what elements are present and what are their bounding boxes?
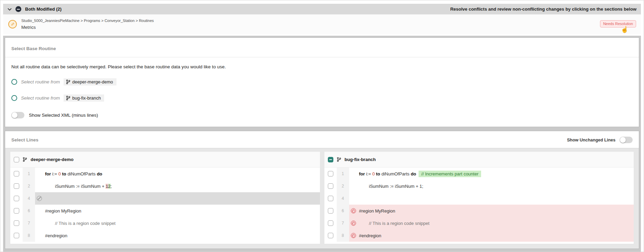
git-branch-icon <box>66 79 70 84</box>
code-line-row: 4 <box>10 192 320 205</box>
hand-cursor-icon <box>621 26 629 33</box>
branch-chip: deeper-merge-demo <box>64 78 116 85</box>
xml-toggle-label: Show Selected XML (minus lines) <box>29 113 98 118</box>
line-number: 6 <box>23 205 35 217</box>
code-line-row: 7// This is a region code snippet <box>324 217 634 229</box>
radio-label: Select routine from <box>21 79 60 84</box>
code-segment: iSumNum := iSumNum + <box>55 184 106 189</box>
line-checkbox[interactable] <box>14 220 19 226</box>
panel-header: bug-fix-branch <box>324 152 634 168</box>
show-unchanged-lines-toggle[interactable] <box>620 137 633 143</box>
radio-button[interactable] <box>11 95 17 101</box>
code-segment: // This is a region code snippet <box>369 221 430 226</box>
code-segment: to <box>62 171 66 176</box>
line-checkbox[interactable] <box>14 208 19 214</box>
code-segment: #endregion <box>45 233 67 238</box>
merge-tool-page: { "header": { "title": "Both Modified (2… <box>0 0 644 252</box>
card-header: Select Base Routine <box>5 38 639 57</box>
panel-header: deeper-merge-demo <box>10 152 320 168</box>
show-xml-toggle[interactable] <box>11 112 24 118</box>
code-segment: do <box>97 171 102 176</box>
line-checkbox[interactable] <box>328 208 333 214</box>
line-checkbox[interactable] <box>328 233 333 238</box>
branch-name: deeper-merge-demo <box>31 157 74 162</box>
modified-file-icon <box>8 20 17 28</box>
code-segment: 0 <box>372 171 375 176</box>
conflict-section-header: Both Modified (2) Resolve conflicts and … <box>3 4 641 14</box>
select-all-lines-checkbox[interactable] <box>328 157 333 162</box>
code-segment: 2 <box>108 184 111 189</box>
code-line-row: 2iSumNum := iSumNum + 12; <box>10 180 320 192</box>
status-badge: Needs Resolution <box>600 20 636 27</box>
code-segment: diNumOfParts <box>66 171 97 176</box>
unchanged-toggle-label: Show Unchanged Lines <box>567 138 615 142</box>
code-text: #region MyRegion <box>349 205 634 217</box>
line-number: 2 <box>337 180 349 192</box>
cards-wrapper: Select Base Routine Not all routine data… <box>3 36 641 252</box>
select-base-routine-card: Select Base Routine Not all routine data… <box>5 37 639 127</box>
code-text: #endregion <box>349 229 634 242</box>
xml-toggle-row: Show Selected XML (minus lines) <box>11 112 633 118</box>
branch-name: deeper-merge-demo <box>72 79 113 84</box>
code-segment: for <box>45 171 51 176</box>
radio-label: Select routine from <box>21 95 60 101</box>
line-checkbox[interactable] <box>14 233 19 238</box>
radio-button[interactable] <box>11 79 17 85</box>
branch-chip: bug-fix-branch <box>64 94 104 102</box>
card-title: Select Base Routine <box>11 46 56 51</box>
line-number: 7 <box>337 217 349 229</box>
line-checkbox[interactable] <box>328 220 333 226</box>
code-segment: 1 <box>106 184 108 189</box>
code-panel-deeper-merge-demo: deeper-merge-demo1for i:= 0 to diNumOfPa… <box>10 152 320 244</box>
code-text: #endregion <box>35 229 320 242</box>
routine-option-row: Select routine from bug-fix-branch <box>11 94 633 102</box>
branch-name: bug-fix-branch <box>72 95 101 101</box>
section-title: Both Modified (2) <box>25 7 62 12</box>
code-text: // This is a region code snippet <box>35 217 320 229</box>
line-checkbox[interactable] <box>328 196 333 201</box>
code-segment: diNumOfParts <box>380 171 411 176</box>
chevron-down-icon[interactable] <box>8 8 12 11</box>
resolve-hint-text: Resolve conflicts and review non-conflic… <box>450 7 636 12</box>
line-number: 1 <box>23 168 35 180</box>
line-checkbox[interactable] <box>14 183 19 189</box>
git-branch-icon <box>337 157 341 162</box>
code-segment: #region MyRegion <box>359 208 396 214</box>
git-branch-icon <box>23 157 27 162</box>
line-checkbox[interactable] <box>328 183 333 189</box>
line-checkbox[interactable] <box>14 171 19 176</box>
code-text: iSumNum := iSumNum + 12; <box>35 180 320 192</box>
code-line-row: 6#region MyRegion <box>324 205 634 217</box>
line-checkbox[interactable] <box>328 171 333 176</box>
code-segment: i:= <box>51 171 58 176</box>
line-number: 8 <box>337 229 349 242</box>
line-number: 4 <box>23 192 35 205</box>
file-section-row[interactable]: Studio_5000_JeanniesPieMachine > Program… <box>3 14 641 34</box>
code-segment: // Incremements part counter <box>419 171 481 177</box>
code-segment: i:= <box>365 171 372 176</box>
line-number: 1 <box>337 168 349 180</box>
code-line-row: 1for i:= 0 to diNumOfParts do <box>10 168 320 180</box>
code-segment: iSumNum := iSumNum + 1; <box>369 184 423 189</box>
branch-name: bug-fix-branch <box>345 157 376 162</box>
breadcrumb: Studio_5000_JeanniesPieMachine > Program… <box>21 19 154 23</box>
code-segment: to <box>376 171 380 176</box>
card-header: Select Lines Show Unchanged Lines <box>5 131 639 148</box>
base-routine-description: Not all routine data can be selectively … <box>11 64 633 69</box>
line-number: 8 <box>23 229 35 242</box>
line-number: 7 <box>23 217 35 229</box>
code-segment: ; <box>111 184 112 189</box>
code-panel-bug-fix-branch: bug-fix-branch1for i:= 0 to diNumOfParts… <box>324 152 634 244</box>
code-text: #region MyRegion <box>35 205 320 217</box>
card-title: Select Lines <box>11 137 38 142</box>
line-checkbox[interactable] <box>14 196 19 201</box>
routine-option-row: Select routine from deeper-merge-demo <box>11 78 633 85</box>
line-number: 4 <box>337 192 349 205</box>
unchanged-toggle-row: Show Unchanged Lines <box>567 137 633 143</box>
code-line-row: 2iSumNum := iSumNum + 1; <box>324 180 634 192</box>
select-all-lines-checkbox[interactable] <box>14 157 19 162</box>
code-line-row: 4 <box>324 192 634 205</box>
code-text <box>35 192 320 205</box>
removed-line-icon <box>351 208 356 214</box>
code-text: for i:= 0 to diNumOfParts do <box>35 168 320 180</box>
